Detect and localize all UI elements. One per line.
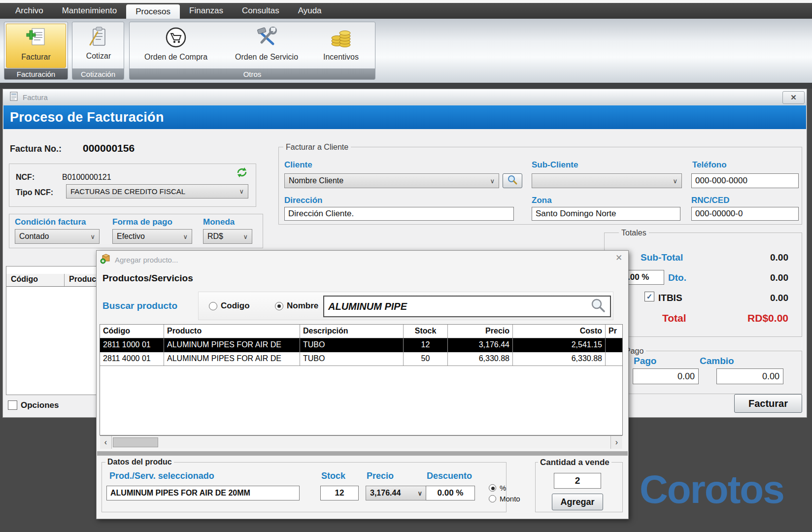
moneda-select[interactable]: RD$ ∨ [203,229,252,244]
rnc-label: RNC/CED [691,196,729,205]
menu-procesos[interactable]: Procesos [126,4,180,19]
factura-window-title: Factura [23,93,48,101]
col-precio[interactable]: Precio [448,325,513,338]
orden-de-servicio-icon [255,26,278,51]
dto-label: Dto. [668,272,686,283]
orden-de-compra-icon [165,26,187,51]
rnc-input[interactable]: 000-00000-0 [691,207,799,221]
pago-input[interactable]: 0.00 [633,368,699,384]
ncf-value: B0100000121 [62,173,111,182]
condicion-select[interactable]: Contado ∨ [15,229,100,244]
telefono-value: 000-000-0000 [695,176,747,186]
orden-compra-button[interactable]: Orden de Compra [134,26,218,62]
scrollbar-thumb[interactable] [113,437,158,447]
scroll-left-icon[interactable]: ‹ [100,436,112,449]
cliente-select[interactable]: Nombre Cliente ∨ [284,173,499,188]
corotos-watermark: Corotos [640,467,784,512]
cell-costo: 2,541.15 [513,338,606,352]
table-horizontal-scrollbar[interactable]: ‹ › [100,435,622,448]
direccion-label: Dirección [284,196,322,205]
facturar-ribbon-button[interactable]: Facturar [6,24,66,68]
precio-select[interactable]: 3,176.44 ∨ [366,486,427,500]
cotizar-ribbon-button[interactable]: Cotizar [76,26,121,61]
stock-input[interactable]: 12 [320,486,359,500]
cell-stock: 12 [404,338,448,352]
opciones-label: Opciones [21,400,59,410]
dialog-separator [97,451,628,456]
descuento-monto-radio-group[interactable]: Monto [489,495,520,503]
cambio-label: Cambio [700,356,734,366]
dialog-close-button[interactable]: ✕ [612,252,625,263]
menu-finanzas[interactable]: Finanzas [180,3,233,19]
agregar-button[interactable]: Agregar [552,494,603,510]
moneda-label: Moneda [203,217,235,227]
incentivos-icon [330,26,352,51]
scroll-right-icon[interactable]: › [610,436,622,449]
nombre-radio[interactable] [275,302,283,310]
col-codigo[interactable]: Código [100,325,164,338]
col-costo[interactable]: Costo [513,325,606,338]
menu-mantenimiento[interactable]: Mantenimiento [53,3,127,19]
zona-input[interactable]: Santo Domingo Norte [532,207,680,221]
prod-serv-input[interactable]: ALUMINUM PIPES FOR AIR DE 20MM [106,486,300,500]
subtotal-label: Sub-Total [641,252,683,263]
totales-caption: Totales [619,229,649,237]
cell-producto: ALUMINUM PIPES FOR AIR DE [164,338,300,352]
ribbon-group-cotizacion: Cotizar Cotización [72,22,124,80]
cantidad-input[interactable]: 2 [554,473,601,489]
menu-archivo[interactable]: Archivo [6,3,53,19]
facturar-button-label: Facturar [748,398,788,409]
ncf-label: NCF: [16,173,34,182]
total-value: RD$0.00 [705,312,788,324]
radio-nombre-group[interactable]: Nombre [275,301,318,311]
cliente-group-caption: Facturar a Cliente [283,143,351,152]
close-icon: ✕ [615,253,622,263]
orden-servicio-button[interactable]: Orden de Servicio [224,26,309,62]
agregar-button-label: Agregar [560,497,594,507]
menu-consultas[interactable]: Consultas [233,3,289,19]
chevron-down-icon: ∨ [239,188,244,195]
pct-radio-label: % [500,484,506,492]
cliente-search-button[interactable] [503,173,522,188]
cambio-input[interactable]: 0.00 [716,368,783,384]
col-pr[interactable]: Pr [606,325,622,338]
sub-cliente-select[interactable]: ∨ [532,173,682,188]
descuento-input[interactable]: 0.00 % [426,486,475,500]
refresh-icon[interactable] [236,166,248,180]
chevron-down-icon: ∨ [90,233,95,240]
factura-titlebar: Factura [3,89,807,105]
product-search-input[interactable]: ALUMINUM PIPE [323,296,611,317]
itbis-label: ITBIS [658,293,682,303]
chevron-down-icon: ∨ [417,490,422,497]
direccion-input[interactable]: Dirección Cliente. [284,207,514,221]
facturar-button[interactable]: Facturar [734,394,802,413]
col-producto[interactable]: Producto [164,325,300,338]
forma-pago-select[interactable]: Efectivo ∨ [112,229,192,244]
codigo-radio[interactable] [209,302,217,310]
cell-precio: 6,330.88 [448,352,513,366]
dialog-title: Agregar producto... [115,256,178,264]
telefono-input[interactable]: 000-000-0000 [691,173,799,188]
col-descripcion[interactable]: Descripción [300,325,404,338]
stock-value: 12 [335,488,344,498]
moneda-value: RD$ [207,232,223,241]
tipo-ncf-select[interactable]: FACTURAS DE CREDITO FISCAL ∨ [66,184,248,199]
itbis-checkbox[interactable]: ✓ [644,292,654,301]
pct-radio[interactable] [489,484,496,492]
monto-radio[interactable] [489,495,496,502]
factura-close-button[interactable]: ✕ [782,91,805,104]
factura-no-value: 000000156 [83,142,135,154]
facturar-icon [26,27,46,51]
table-row[interactable]: 2811 4000 01 ALUMINUM PIPES FOR AIR DE T… [100,352,622,366]
cliente-value: Nombre Cliente [289,176,343,185]
radio-codigo-group[interactable]: Codigo [209,301,250,311]
ribbon: Facturar Facturación Cotizar C [0,19,812,83]
itbis-value: 0.00 [714,293,788,303]
opciones-checkbox[interactable] [8,400,17,410]
menu-ayuda[interactable]: Ayuda [289,3,331,19]
table-row-selected[interactable]: 2811 1000 01 ALUMINUM PIPES FOR AIR DE T… [100,338,622,352]
descuento-pct-radio-group[interactable]: % [489,484,506,492]
col-stock[interactable]: Stock [404,325,448,338]
products-table: Código Producto Descripción Stock Precio… [100,324,623,435]
incentivos-button[interactable]: Incentivos [310,26,372,62]
